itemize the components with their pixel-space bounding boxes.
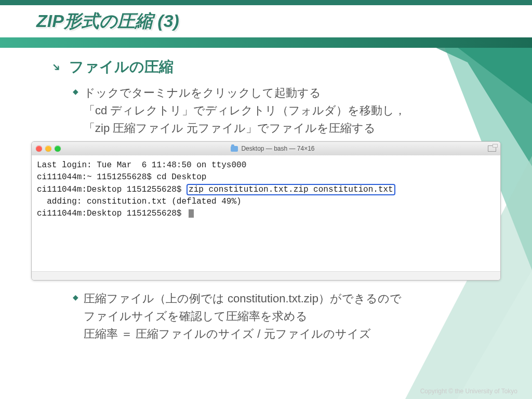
terminal-prompt: ci111044m:Desktop 1151255628$ xyxy=(37,209,187,218)
bullet-item: ◆ 圧縮ファイル（上の例では constitution.txt.zip）ができる… xyxy=(73,290,490,343)
content: ➔ ファイルの圧縮 ◆ ドックでターミナルをクリックして起動する 「cd ディレ… xyxy=(0,0,532,137)
zoom-icon[interactable] xyxy=(55,145,61,152)
highlighted-command: zip constitution.txt.zip constitution.tx… xyxy=(187,184,395,195)
bullet-text-line: 「zip 圧縮ファイル 元ファイル」でファイルを圧縮する xyxy=(84,122,376,135)
expand-icon[interactable] xyxy=(488,145,496,152)
bullet-item: ◆ ドックでターミナルをクリックして起動する 「cd ディレクトリ」でディレクト… xyxy=(73,84,490,137)
bullet-text-line: ドックでターミナルをクリックして起動する xyxy=(84,86,321,99)
bullet-text-line: 「cd ディレクトリ」でディレクトリ（フォルダ）を移動し， xyxy=(84,104,406,117)
terminal-prompt: ci111044m:Desktop 1151255628$ xyxy=(37,185,187,194)
copyright: Copyright © the University of Tokyo xyxy=(420,388,517,395)
section-title: ファイルの圧縮 xyxy=(69,57,174,77)
terminal-title: Desktop — bash — 74×16 xyxy=(241,145,314,152)
terminal-window: Desktop — bash — 74×16 Last login: Tue M… xyxy=(31,141,501,281)
window-traffic-lights xyxy=(36,145,61,152)
terminal-prompt: ci111044m:~ 1151255628$ xyxy=(37,172,156,182)
diamond-icon: ◆ xyxy=(73,87,78,137)
terminal-body[interactable]: Last login: Tue Mar 6 11:48:50 on ttys00… xyxy=(32,155,500,271)
terminal-line: adding: constitution.txt (deflated 49%) xyxy=(37,197,242,206)
terminal-titlebar: Desktop — bash — 74×16 xyxy=(32,142,500,155)
arrow-down-right-icon: ➔ xyxy=(49,60,64,75)
diamond-icon: ◆ xyxy=(73,293,78,343)
bullet-text-line: 圧縮率 ＝ 圧縮ファイルのサイズ / 元ファイルのサイズ xyxy=(84,327,371,340)
minimize-icon[interactable] xyxy=(45,145,51,152)
bullet-text-line: 圧縮ファイル（上の例では constitution.txt.zip）ができるので xyxy=(84,292,402,305)
terminal-statusbar xyxy=(32,271,500,280)
cursor-icon xyxy=(189,209,194,218)
bullet-text-line: ファイルサイズを確認して圧縮率を求める xyxy=(84,310,308,323)
section-heading: ➔ ファイルの圧縮 xyxy=(52,57,490,77)
close-icon[interactable] xyxy=(36,145,42,152)
terminal-command: cd Desktop xyxy=(156,172,206,182)
folder-icon xyxy=(231,146,238,152)
terminal-line: Last login: Tue Mar 6 11:48:50 on ttys00… xyxy=(37,161,246,170)
